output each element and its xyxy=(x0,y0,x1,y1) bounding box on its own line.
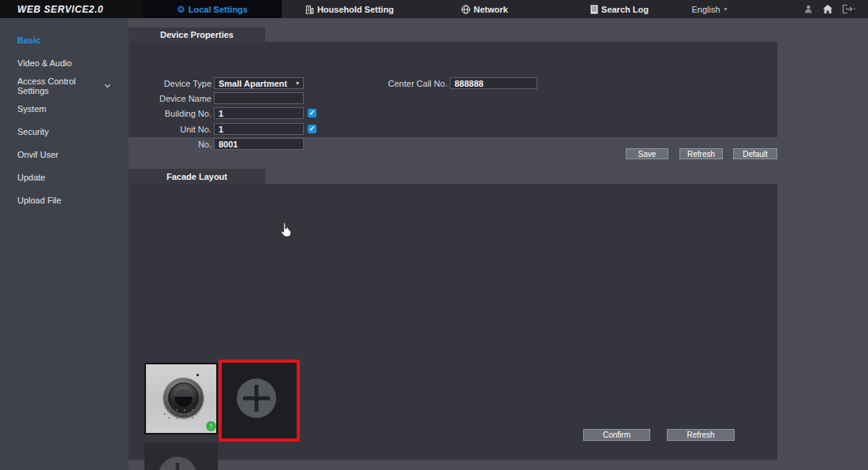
save-button[interactable]: Save xyxy=(626,148,668,159)
building-no-label: Building No. xyxy=(129,109,211,118)
language-label: English xyxy=(691,5,720,14)
refresh-button[interactable]: Refresh xyxy=(679,148,723,159)
device-properties-tab: Device Properties xyxy=(129,28,265,42)
logo-area: WEB SERVICE2.0 xyxy=(0,0,143,18)
device-type-label: Device Type xyxy=(129,79,211,88)
camera-lens-icon xyxy=(163,378,204,418)
sidebar-item-label: Basic xyxy=(17,35,40,45)
home-icon xyxy=(822,4,833,14)
facade-tile-camera[interactable]: ↑ xyxy=(144,363,218,435)
sidebar-item-video-audio[interactable]: Video & Audio xyxy=(17,57,122,69)
panel-title: Device Properties xyxy=(160,30,234,39)
center-call-no-input[interactable] xyxy=(450,77,537,89)
tab-household-setting[interactable]: Household Setting xyxy=(305,0,394,18)
building-no-input[interactable] xyxy=(214,107,304,119)
sidebar-item-label: Security xyxy=(17,127,49,136)
language-dropdown[interactable]: English ▾ xyxy=(691,0,727,18)
gear-icon: ⚙ xyxy=(177,5,185,14)
speaker-grille xyxy=(163,409,165,411)
sidebar-item-label: Upload File xyxy=(17,196,62,205)
main-content: Device Properties Device Type Small Apar… xyxy=(129,18,868,470)
check-icon: ✓ xyxy=(309,125,316,132)
facade-layout-tab: Facade Layout xyxy=(129,169,265,184)
sidebar-item-upload-file[interactable]: Upload File xyxy=(17,194,122,207)
add-badge-icon: ↑ xyxy=(206,421,216,431)
globe-icon xyxy=(461,5,470,14)
panel-title: Facade Layout xyxy=(166,172,227,181)
facade-tile-selected-add[interactable] xyxy=(219,360,300,442)
tab-label: Search Log xyxy=(601,5,649,14)
caret-down-icon: ▾ xyxy=(296,80,299,87)
tab-search-log[interactable]: Search Log xyxy=(590,0,649,18)
camera-mic-dot xyxy=(196,374,199,376)
sidebar-item-access-control-settings[interactable]: Access Control Settings xyxy=(17,80,122,92)
tab-label: Network xyxy=(473,5,507,14)
no-input[interactable] xyxy=(214,138,304,150)
sidebar-item-security[interactable]: Security xyxy=(17,125,122,138)
logout-button[interactable] xyxy=(841,0,857,18)
tab-network[interactable]: Network xyxy=(461,0,507,18)
device-type-value: Small Apartment xyxy=(219,79,287,88)
check-icon: ✓ xyxy=(309,110,316,117)
sidebar-item-label: Video & Audio xyxy=(17,58,72,68)
device-name-input[interactable] xyxy=(214,92,304,104)
logout-icon xyxy=(841,4,857,14)
building-no-checkbox[interactable]: ✓ xyxy=(308,109,316,118)
home-button[interactable] xyxy=(822,0,833,18)
arrow-up-icon: ↑ xyxy=(209,423,213,430)
chevron-down-icon xyxy=(104,84,111,88)
building-icon xyxy=(305,5,314,14)
sidebar-item-label: Update xyxy=(17,173,45,182)
caret-down-icon: ▾ xyxy=(724,6,728,13)
tab-local-settings[interactable]: ⚙ Local Settings xyxy=(143,0,282,18)
center-call-no-label: Center Call No. xyxy=(365,79,447,88)
facade-layout-panel: ↑ Confirm Refresh xyxy=(129,184,777,460)
user-icon xyxy=(803,4,814,14)
sidebar-item-label: Access Control Settings xyxy=(17,76,104,95)
device-type-select[interactable]: Small Apartment ▾ xyxy=(214,77,304,89)
user-profile-button[interactable] xyxy=(803,0,814,18)
sidebar-item-onvif-user[interactable]: Onvif User xyxy=(17,148,122,161)
unit-no-input[interactable] xyxy=(214,123,304,135)
default-button[interactable]: Default xyxy=(733,148,777,159)
facade-tile-add[interactable] xyxy=(144,443,218,470)
unit-no-checkbox[interactable]: ✓ xyxy=(308,125,316,133)
device-name-label: Device Name xyxy=(129,94,211,103)
sidebar: Basic Video & Audio Access Control Setti… xyxy=(0,18,129,470)
tab-label: Household Setting xyxy=(317,5,394,14)
sidebar-item-update[interactable]: Update xyxy=(17,171,122,184)
unit-no-label: Unit No. xyxy=(129,125,211,134)
confirm-button[interactable]: Confirm xyxy=(583,429,650,441)
top-navbar: WEB SERVICE2.0 ⚙ Local Settings Househol… xyxy=(0,0,868,18)
facade-refresh-button[interactable]: Refresh xyxy=(667,429,735,441)
sidebar-item-system[interactable]: System xyxy=(17,103,122,115)
no-label: No. xyxy=(129,140,211,149)
plus-icon xyxy=(159,457,196,470)
plus-icon xyxy=(237,379,276,418)
device-properties-panel: Device Type Small Apartment ▾ Center Cal… xyxy=(129,42,777,137)
sidebar-item-label: Onvif User xyxy=(17,150,58,159)
sidebar-item-basic[interactable]: Basic xyxy=(17,34,122,47)
tab-label: Local Settings xyxy=(189,5,248,14)
log-icon xyxy=(590,5,598,14)
sidebar-item-label: System xyxy=(17,104,47,114)
app-logo: WEB SERVICE2.0 xyxy=(17,4,103,15)
